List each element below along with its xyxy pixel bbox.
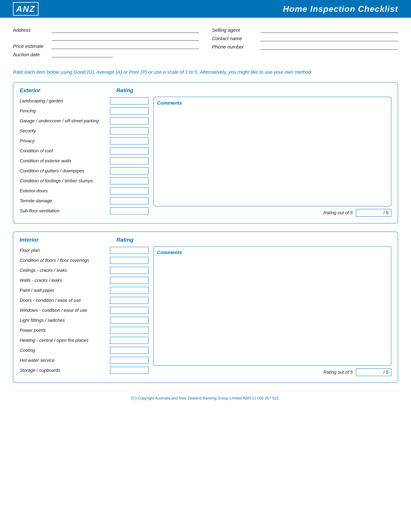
interior-item-row: Ceilings - cracks / leaks	[20, 266, 149, 275]
exterior-rating-input-box[interactable]	[110, 97, 149, 104]
interior-rating-input-box[interactable]	[110, 287, 149, 294]
interior-rating-out-of-label: Rating out of 5	[323, 370, 353, 375]
address-input-2[interactable]	[52, 36, 199, 41]
address-input[interactable]	[52, 28, 199, 33]
exterior-rating-suffix: / 5	[383, 210, 388, 215]
interior-rating-input-box[interactable]	[110, 277, 149, 284]
exterior-item-row: Garage / undercover / off-street parking	[20, 117, 149, 125]
exterior-comments-box: Comments	[153, 97, 391, 206]
interior-item-row: Paint / wall paper	[20, 286, 149, 294]
interior-rating-input-box[interactable]	[110, 337, 149, 344]
contact-name-input[interactable]	[260, 37, 398, 41]
exterior-rating-input-box[interactable]	[110, 187, 149, 194]
exterior-comments-col: Comments Rating out of 5 / 5	[153, 97, 391, 217]
interior-rating-input-box[interactable]	[110, 297, 149, 304]
exterior-items-col: Landscaping / gardenFencingGarage / unde…	[20, 97, 149, 217]
interior-rating-input-box[interactable]	[110, 257, 149, 264]
interior-rating-out-of-box[interactable]: / 5	[356, 368, 391, 376]
price-estimate-row: Price estimate	[13, 44, 199, 49]
interior-item-row: Walls - cracks / leaks	[20, 276, 149, 285]
interior-item-label: Condition of floors / floor coverings	[20, 258, 107, 263]
exterior-item-label: Fencing	[20, 108, 107, 114]
interior-header: Interior Rating	[20, 237, 391, 243]
interior-rating-input-box[interactable]	[110, 307, 149, 314]
address-label: Address	[13, 28, 48, 33]
exterior-comments-label: Comments	[157, 100, 182, 105]
exterior-item-row: Condition of gutters / downpipes	[20, 167, 149, 175]
exterior-item-label: Condition of footings / timber stumps	[20, 178, 107, 183]
interior-item-label: Doors - condition / ease of use	[20, 298, 107, 303]
exterior-item-label: Garage / undercover / off-street parking	[20, 118, 107, 124]
interior-rating-footer: Rating out of 5 / 5	[153, 368, 391, 376]
interior-comments-box: Comments	[153, 246, 391, 366]
interior-rating-input-box[interactable]	[110, 347, 149, 354]
exterior-item-row: Termite damage	[20, 197, 149, 205]
header: ANZ Home Inspection Checklist	[0, 0, 411, 18]
interior-rating-input-box[interactable]	[110, 357, 149, 364]
exterior-rating-input-box[interactable]	[110, 117, 149, 124]
interior-item-row: Light fittings / switches	[20, 316, 149, 324]
auction-date-row: Auction date	[13, 52, 199, 57]
exterior-rating-input-box[interactable]	[110, 177, 149, 184]
anz-logo: ANZ	[13, 2, 38, 16]
interior-item-label: Heating - central / open fire places	[20, 338, 107, 343]
interior-items-col: Floor planCondition of floors / floor co…	[20, 246, 149, 376]
anz-logo-text: ANZ	[16, 4, 35, 14]
exterior-item-row: Landscaping / garden	[20, 97, 149, 105]
exterior-rating-input-box[interactable]	[110, 207, 149, 214]
exterior-rating-input-box[interactable]	[110, 197, 149, 204]
exterior-rating-input-box[interactable]	[110, 157, 149, 164]
exterior-section: Exterior Rating Landscaping / gardenFenc…	[13, 82, 398, 223]
exterior-title: Exterior	[20, 87, 116, 94]
interior-item-row: Floor plan	[20, 246, 149, 255]
selling-agent-row: Selling agent	[212, 28, 398, 33]
interior-rating-input-box[interactable]	[110, 247, 149, 254]
interior-rating-input-box[interactable]	[110, 327, 149, 334]
price-estimate-label: Price estimate	[13, 44, 48, 49]
footer-text: (C) Copyright Australia and New Zealand …	[131, 396, 280, 400]
exterior-item-row: Sub-floor ventilation	[20, 207, 149, 215]
anz-logo-box: ANZ	[13, 2, 38, 16]
interior-title: Interior	[20, 237, 116, 243]
exterior-item-label: Sub-floor ventilation	[20, 208, 107, 213]
auction-date-input[interactable]	[52, 53, 113, 57]
interior-rating-input-box[interactable]	[110, 367, 149, 374]
contact-name-label: Contact name	[212, 36, 257, 41]
exterior-item-row: Privacy	[20, 137, 149, 145]
exterior-item-label: Condition of gutters / downpipes	[20, 168, 107, 173]
contact-name-row: Contact name	[212, 36, 398, 41]
price-estimate-input[interactable]	[52, 44, 199, 49]
interior-item-label: Floor plan	[20, 248, 107, 253]
interior-body: Floor planCondition of floors / floor co…	[20, 246, 391, 376]
exterior-item-row: Condition of roof	[20, 147, 149, 155]
interior-item-label: Cooling	[20, 348, 107, 353]
exterior-rating-input-box[interactable]	[110, 167, 149, 174]
selling-agent-input[interactable]	[260, 28, 398, 33]
exterior-rating-input-box[interactable]	[110, 137, 149, 144]
phone-number-input[interactable]	[260, 45, 398, 50]
selling-agent-label: Selling agent	[212, 28, 257, 33]
interior-item-label: Light fittings / switches	[20, 318, 107, 323]
page-footer: (C) Copyright Australia and New Zealand …	[13, 391, 398, 407]
main-content: Address Price estimate Auction date Sell…	[0, 18, 411, 417]
interior-item-row: Heating - central / open fire places	[20, 336, 149, 344]
interior-item-row: Storage / cupboards	[20, 366, 149, 374]
exterior-header: Exterior Rating	[20, 87, 391, 94]
form-left: Address Price estimate Auction date	[13, 28, 199, 60]
interior-item-row: Cooling	[20, 346, 149, 354]
interior-rating-input-box[interactable]	[110, 267, 149, 274]
exterior-rating-out-of-box[interactable]: / 5	[356, 209, 391, 217]
exterior-item-label: Termite damage	[20, 198, 107, 203]
address-row-2	[13, 36, 199, 41]
exterior-rating-footer: Rating out of 5 / 5	[153, 209, 391, 217]
interior-comments-col: Comments Rating out of 5 / 5	[153, 246, 391, 376]
interior-item-label: Windows - condition / ease of use	[20, 308, 107, 313]
exterior-rating-input-box[interactable]	[110, 127, 149, 134]
instructions: Rate each item below using Good (G), Ave…	[13, 68, 383, 76]
exterior-item-label: Condition of roof	[20, 148, 107, 153]
exterior-rating-header: Rating	[116, 87, 158, 94]
interior-rating-input-box[interactable]	[110, 317, 149, 324]
exterior-item-row: Condition of exterior walls	[20, 157, 149, 165]
exterior-rating-input-box[interactable]	[110, 107, 149, 114]
exterior-rating-input-box[interactable]	[110, 147, 149, 154]
